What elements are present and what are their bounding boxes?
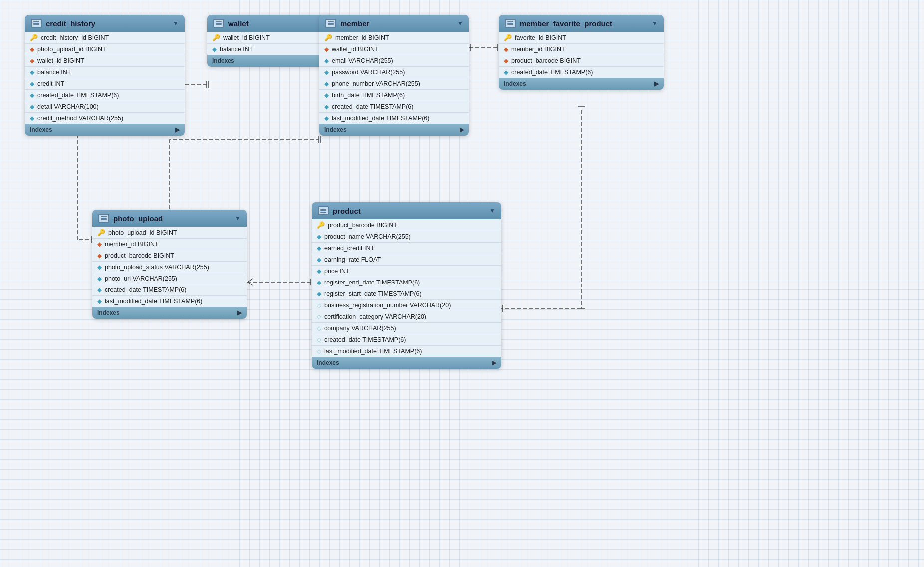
dropdown-arrow-icon[interactable]: ▼ <box>489 207 495 214</box>
col-icon-diamond: ◆ <box>97 286 102 293</box>
table-row[interactable]: ◆balance INT <box>25 67 185 78</box>
col-icon-diamond-hollow: ◇ <box>317 348 321 355</box>
col-text: credit_method VARCHAR(255) <box>37 115 123 122</box>
table-row[interactable]: ◆photo_url VARCHAR(255) <box>92 273 247 284</box>
table-member_favorite_product: member_favorite_product▼🔑favorite_id BIG… <box>499 15 664 90</box>
col-icon-diamond: ◆ <box>504 69 508 76</box>
table-row[interactable]: ◆register_end_date TIMESTAMP(6) <box>312 277 501 288</box>
table-row[interactable]: 🔑member_id BIGINT <box>319 32 469 44</box>
indexes-row[interactable]: Indexes▶ <box>25 124 185 136</box>
table-row[interactable]: ◆member_id BIGINT <box>499 44 664 55</box>
col-text: password VARCHAR(255) <box>332 69 405 76</box>
table-row[interactable]: 🔑product_barcode BIGINT <box>312 219 501 231</box>
col-icon-diamond: ◆ <box>317 245 321 252</box>
table-header-product[interactable]: product▼ <box>312 202 501 219</box>
table-row[interactable]: ◆email VARCHAR(255) <box>319 55 469 67</box>
table-header-credit_history[interactable]: credit_history▼ <box>25 15 185 32</box>
table-name: credit_history <box>46 19 95 28</box>
indexes-arrow-icon[interactable]: ▶ <box>460 126 464 133</box>
col-icon-fk: ◆ <box>324 46 329 53</box>
table-row[interactable]: ◆credit INT <box>25 78 185 90</box>
indexes-row[interactable]: Indexes▶ <box>319 124 469 136</box>
col-icon-fk: ◆ <box>30 46 34 53</box>
table-row[interactable]: ◆credit_method VARCHAR(255) <box>25 113 185 124</box>
indexes-arrow-icon[interactable]: ▶ <box>237 309 242 316</box>
table-icon <box>318 206 329 215</box>
table-row[interactable]: ◇company VARCHAR(255) <box>312 323 501 334</box>
indexes-row[interactable]: Indexes▶ <box>499 78 664 90</box>
table-row[interactable]: ◆phone_number VARCHAR(255) <box>319 78 469 90</box>
col-icon-diamond: ◆ <box>317 268 321 275</box>
indexes-row[interactable]: Indexes▶ <box>207 55 337 67</box>
table-row[interactable]: ◆last_modified_date TIMESTAMP(6) <box>92 296 247 307</box>
table-row[interactable]: ◆balance INT <box>207 44 337 55</box>
table-row[interactable]: ◇certification_category VARCHAR(20) <box>312 311 501 323</box>
col-text: balance INT <box>37 69 71 76</box>
table-row[interactable]: ◆detail VARCHAR(100) <box>25 101 185 113</box>
table-row[interactable]: ◇business_registration_number VARCHAR(20… <box>312 300 501 311</box>
table-row[interactable]: ◆birth_date TIMESTAMP(6) <box>319 90 469 101</box>
indexes-label: Indexes <box>212 57 234 64</box>
table-row[interactable]: ◆created_date TIMESTAMP(6) <box>25 90 185 101</box>
table-header-wallet[interactable]: wallet▼ <box>207 15 337 32</box>
table-row[interactable]: ◆product_barcode BIGINT <box>92 250 247 262</box>
table-body: 🔑photo_upload_id BIGINT◆member_id BIGINT… <box>92 227 247 307</box>
table-row[interactable]: ◆product_barcode BIGINT <box>499 55 664 67</box>
table-body: 🔑wallet_id BIGINT◆balance INT <box>207 32 337 55</box>
table-row[interactable]: ◆earning_rate FLOAT <box>312 254 501 266</box>
col-text: business_registration_number VARCHAR(20) <box>324 302 451 309</box>
table-row[interactable]: ◆photo_upload_id BIGINT <box>25 44 185 55</box>
col-icon-diamond: ◆ <box>97 298 102 305</box>
col-text: photo_upload_status VARCHAR(255) <box>105 264 209 271</box>
col-icon-diamond: ◆ <box>212 46 217 53</box>
table-row[interactable]: ◆wallet_id BIGINT <box>319 44 469 55</box>
col-icon-fk: ◆ <box>97 241 102 248</box>
indexes-arrow-icon[interactable]: ▶ <box>175 126 180 133</box>
table-row[interactable]: 🔑wallet_id BIGINT <box>207 32 337 44</box>
col-text: photo_upload_id BIGINT <box>108 229 177 236</box>
table-row[interactable]: ◆created_date TIMESTAMP(6) <box>319 101 469 113</box>
col-text: certification_category VARCHAR(20) <box>324 313 426 320</box>
table-row[interactable]: ◆price INT <box>312 266 501 277</box>
table-row[interactable]: ◇last_modified_date TIMESTAMP(6) <box>312 346 501 357</box>
col-text: register_start_date TIMESTAMP(6) <box>324 290 422 297</box>
table-row[interactable]: ◆photo_upload_status VARCHAR(255) <box>92 262 247 273</box>
table-row[interactable]: ◆last_modified_date TIMESTAMP(6) <box>319 113 469 124</box>
col-icon-diamond: ◆ <box>317 279 321 286</box>
table-name: product <box>333 207 361 215</box>
table-row[interactable]: ◇created_date TIMESTAMP(6) <box>312 334 501 346</box>
col-icon-diamond: ◆ <box>30 80 34 87</box>
col-text: email VARCHAR(255) <box>332 57 393 64</box>
indexes-row[interactable]: Indexes▶ <box>312 357 501 369</box>
dropdown-arrow-icon[interactable]: ▼ <box>457 20 463 27</box>
table-header-member_favorite_product[interactable]: member_favorite_product▼ <box>499 15 664 32</box>
dropdown-arrow-icon[interactable]: ▼ <box>235 215 241 222</box>
dropdown-arrow-icon[interactable]: ▼ <box>173 20 179 27</box>
col-text: balance INT <box>220 46 253 53</box>
table-row[interactable]: ◆product_name VARCHAR(255) <box>312 231 501 243</box>
table-row[interactable]: ◆wallet_id BIGINT <box>25 55 185 67</box>
table-row[interactable]: ◆register_start_date TIMESTAMP(6) <box>312 288 501 300</box>
indexes-row[interactable]: Indexes▶ <box>92 307 247 319</box>
indexes-arrow-icon[interactable]: ▶ <box>492 359 496 366</box>
col-text: price INT <box>324 268 350 275</box>
table-row[interactable]: ◆member_id BIGINT <box>92 239 247 250</box>
col-text: product_name VARCHAR(255) <box>324 233 411 240</box>
indexes-arrow-icon[interactable]: ▶ <box>654 80 659 87</box>
col-icon-diamond: ◆ <box>30 115 34 122</box>
table-header-member[interactable]: member▼ <box>319 15 469 32</box>
table-icon <box>505 19 516 28</box>
table-row[interactable]: ◆earned_credit INT <box>312 243 501 254</box>
table-body: 🔑credit_history_id BIGINT◆photo_upload_i… <box>25 32 185 124</box>
col-icon-diamond: ◆ <box>324 115 329 122</box>
dropdown-arrow-icon[interactable]: ▼ <box>652 20 658 27</box>
table-row[interactable]: 🔑credit_history_id BIGINT <box>25 32 185 44</box>
table-row[interactable]: ◆created_date TIMESTAMP(6) <box>499 67 664 78</box>
table-row[interactable]: ◆password VARCHAR(255) <box>319 67 469 78</box>
table-header-photo_upload[interactable]: photo_upload▼ <box>92 210 247 227</box>
table-row[interactable]: ◆created_date TIMESTAMP(6) <box>92 284 247 296</box>
svg-line-14 <box>248 279 253 282</box>
table-row[interactable]: 🔑favorite_id BIGINT <box>499 32 664 44</box>
table-row[interactable]: 🔑photo_upload_id BIGINT <box>92 227 247 239</box>
col-text: last_modified_date TIMESTAMP(6) <box>332 115 429 122</box>
